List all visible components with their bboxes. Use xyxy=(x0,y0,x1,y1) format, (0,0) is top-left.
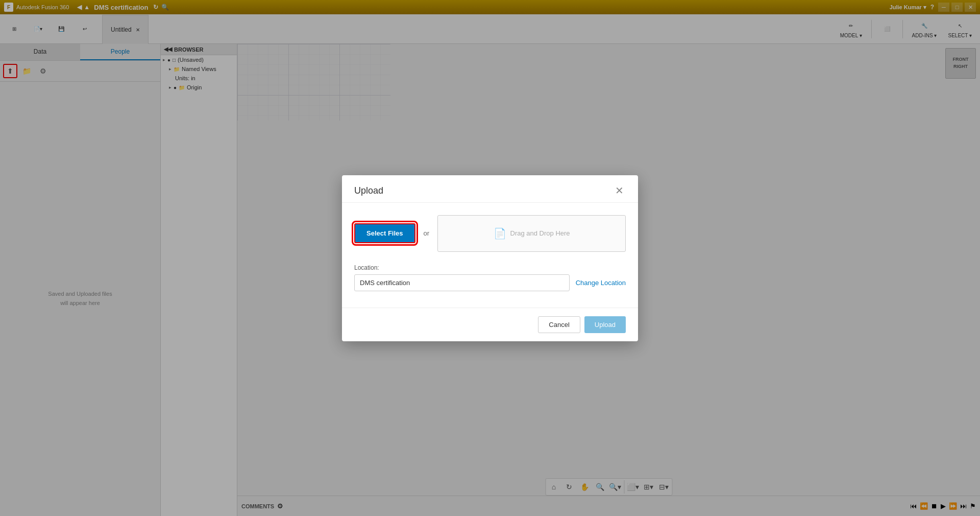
dialog-footer: Cancel Upload xyxy=(342,308,638,341)
file-icon: 📄 xyxy=(494,227,506,240)
upload-dialog: Upload ✕ Select Files or 📄 Drag and Drop… xyxy=(342,175,638,341)
select-files-btn[interactable]: Select Files xyxy=(354,223,415,243)
upload-confirm-btn[interactable]: Upload xyxy=(584,316,626,333)
change-location-btn[interactable]: Change Location xyxy=(576,279,626,287)
modal-overlay: Upload ✕ Select Files or 📄 Drag and Drop… xyxy=(0,0,980,516)
cancel-btn[interactable]: Cancel xyxy=(538,316,580,333)
file-area: Select Files or 📄 Drag and Drop Here xyxy=(354,215,626,252)
location-label: Location: xyxy=(354,264,626,271)
dialog-header: Upload ✕ xyxy=(342,175,638,203)
location-row: Change Location xyxy=(354,274,626,291)
dialog-title: Upload xyxy=(354,185,383,196)
dialog-body: Select Files or 📄 Drag and Drop Here Loc… xyxy=(342,203,638,308)
location-section: Location: Change Location xyxy=(354,264,626,291)
drop-zone[interactable]: 📄 Drag and Drop Here xyxy=(437,215,626,252)
location-input[interactable] xyxy=(354,274,570,291)
drag-drop-text: Drag and Drop Here xyxy=(510,229,570,237)
or-text: or xyxy=(424,229,430,237)
dialog-close-btn[interactable]: ✕ xyxy=(613,185,626,196)
